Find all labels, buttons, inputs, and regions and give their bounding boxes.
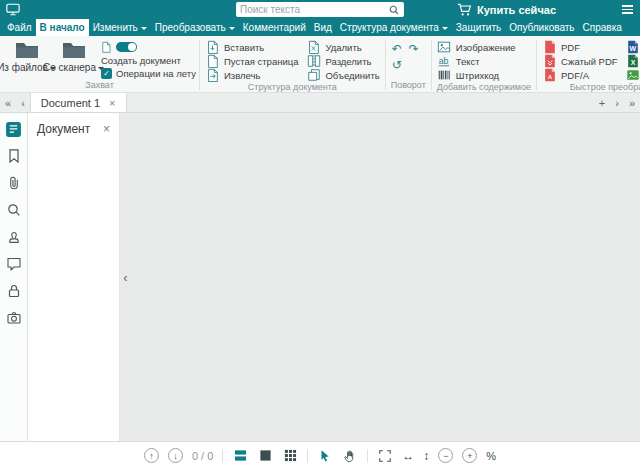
blank-page-label: Пустая страница [224,56,298,67]
document-tab[interactable]: Document 1 × [30,93,127,112]
new-tab-button[interactable]: + [594,93,610,112]
from-scanner-label: Со сканера [43,62,96,73]
panel-close-icon[interactable]: × [103,122,110,136]
zoom-in-button[interactable]: + [462,448,477,463]
fit-height-button[interactable]: ↕ [423,449,429,463]
menu-tab-help[interactable]: Справка [579,19,626,36]
split-document-button[interactable]: Разделить [304,54,381,68]
compressed-pdf-file-icon [542,54,557,69]
view-continuous-button[interactable] [232,448,248,464]
merge-documents-icon [306,68,321,83]
from-scanner-button[interactable]: Со сканера [50,38,97,80]
ribbon-group-label: Поворот [389,80,428,92]
toggle-switch-on[interactable] [116,42,137,52]
operations-on-fly-label: Операции на лету [116,68,196,79]
menu-tab-convert[interactable]: Преобразовать [151,19,239,36]
page-down-button[interactable]: ↓ [168,448,183,463]
convert-compressed-pdf-button[interactable]: Сжатый PDF [540,54,620,68]
menu-tab-file[interactable]: Файл [3,19,36,36]
scroll-tabs-next-button[interactable]: › [610,93,624,112]
view-single-page-button[interactable] [257,448,273,464]
sidebar-attachments-button[interactable] [3,172,25,194]
app-logo-icon[interactable] [6,3,20,16]
add-text-label: Текст [456,56,480,67]
menu-tab-comment[interactable]: Комментарий [239,19,310,36]
collapse-panel-button[interactable]: ‹ [120,264,131,290]
convert-excel-button[interactable]: X Excel [624,54,640,68]
fit-page-button[interactable] [377,448,393,464]
ribbon-group-label: Быстрое преобразование [540,82,640,93]
extract-page-icon [205,68,220,83]
tab-close-icon[interactable]: × [109,97,115,109]
operations-on-fly-checkbox[interactable]: ✓ Операции на лету [101,68,196,79]
hand-icon [343,449,357,463]
extract-pages-label: Извлечь [224,70,260,81]
convert-pdf-button[interactable]: PDF [540,40,620,54]
buy-now-label: Купить сейчас [477,4,556,16]
plus-icon: + [467,451,472,461]
from-files-button[interactable]: Из файлов [3,38,50,80]
merge-documents-button[interactable]: Объединить [304,68,381,82]
folder-icon [62,41,86,59]
ribbon-separator [385,40,386,90]
zoom-percent-label: % [486,450,496,462]
extract-pages-button[interactable]: Извлечь [203,68,300,82]
rotate-right-button[interactable]: ↷ [406,41,422,56]
cursor-icon [318,449,332,463]
sidebar-comments-button[interactable] [3,253,25,275]
add-image-button[interactable]: Изображение [435,40,518,54]
scroll-tabs-prev-button[interactable]: ‹ [16,93,30,112]
sidebar-stamps-button[interactable] [3,226,25,248]
menu-tab-edit[interactable]: Изменить [89,19,151,36]
statusbar-separator [307,449,308,463]
insert-pages-button[interactable]: Вставить [203,40,300,54]
delete-pages-label: Удалить [325,42,361,53]
convert-word-button[interactable]: W Word [624,40,640,54]
sidebar-capture-button[interactable] [3,307,25,329]
delete-pages-button[interactable]: Удалить [304,40,381,54]
insert-pages-label: Вставить [224,42,264,53]
rotate-left-button[interactable]: ↶ [389,41,405,56]
blank-page-button[interactable]: Пустая страница [203,54,300,68]
add-barcode-button[interactable]: Штрихкод [435,68,518,82]
sidebar-security-button[interactable] [3,280,25,302]
fit-width-button[interactable]: ↔ [402,449,414,463]
comment-icon [6,256,22,272]
rotate-left-icon: ↶ [392,42,402,56]
continuous-view-icon [234,449,247,462]
document-icon [101,41,111,53]
menu-tab-home[interactable]: В начало [36,19,89,36]
menu-tab-label: Изменить [93,22,138,33]
document-panel-body [28,142,119,441]
scroll-tabs-last-button[interactable]: » [624,93,640,112]
sidebar-pages-button[interactable] [3,118,25,140]
rotate-180-button[interactable]: ↺ [389,57,405,72]
fit-page-icon [378,449,392,463]
page-up-button[interactable]: ↑ [144,448,159,463]
cart-icon [457,3,472,17]
sidebar-search-button[interactable] [3,199,25,221]
zoom-out-button[interactable]: − [438,448,453,463]
image-file-icon [626,68,640,83]
view-grid-button[interactable] [282,448,298,464]
select-tool-button[interactable] [317,448,333,464]
pdfa-file-icon: A [542,68,557,83]
convert-pdfa-button[interactable]: A PDF/A [540,68,620,82]
menu-tab-label: Справка [583,22,622,33]
svg-text:A: A [547,73,552,80]
menu-tab-publish[interactable]: Опубликовать [505,19,578,36]
scroll-tabs-first-button[interactable]: « [0,93,16,112]
menu-tab-view[interactable]: Вид [310,19,336,36]
add-text-button[interactable]: ab Текст [435,54,518,68]
convert-image-button[interactable]: Изображение [624,68,640,82]
sidebar-bookmarks-button[interactable] [3,145,25,167]
search-icon[interactable] [388,4,400,16]
search-input[interactable] [240,4,385,15]
hand-tool-button[interactable] [342,448,358,464]
buy-now-button[interactable]: Купить сейчас [457,3,556,17]
menu-tab-protect[interactable]: Защитить [452,19,505,36]
create-document-toggle[interactable] [101,41,196,53]
document-canvas[interactable]: ‹ [120,113,640,441]
hamburger-menu-icon[interactable] [622,5,633,14]
menu-tab-document-structure[interactable]: Структура документа [336,19,452,36]
